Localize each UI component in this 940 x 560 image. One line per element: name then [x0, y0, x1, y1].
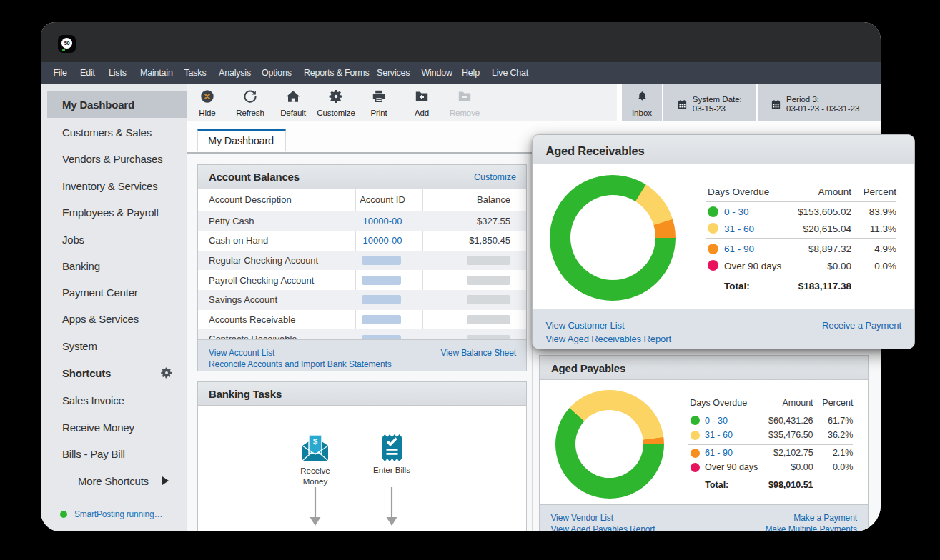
- svg-text:$: $: [313, 437, 317, 446]
